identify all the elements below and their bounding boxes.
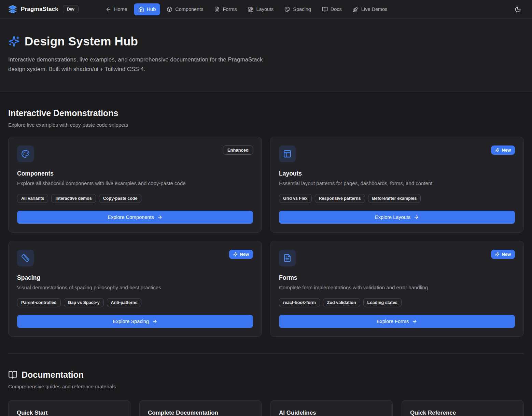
nav-label: Docs (331, 6, 342, 12)
documentation-heading: Documentation (8, 370, 524, 380)
doc-card-ai-guidelines[interactable]: AI Guidelines Rules for AI code generati… (270, 400, 393, 416)
doc-card-quick-start[interactable]: Quick Start 5-minute crash course (8, 400, 130, 416)
tag: Before/after examples (368, 194, 421, 203)
card-title: Components (17, 170, 253, 177)
explore-components-button[interactable]: Explore Components (17, 211, 253, 224)
brand-name: PragmaStack (21, 6, 58, 13)
nav-item-components[interactable]: Components (162, 3, 208, 15)
book-open-icon (322, 6, 328, 12)
file-text-icon (279, 250, 296, 266)
palette-icon (284, 6, 290, 12)
documentation-subheading: Comprehensive guides and reference mater… (8, 384, 524, 389)
demo-card-spacing: New Spacing Visual demonstrations of spa… (8, 241, 262, 337)
palette-icon (17, 145, 34, 162)
status-badge: New (229, 250, 253, 259)
status-badge: New (491, 145, 515, 155)
tag: Grid vs Flex (279, 194, 312, 203)
page-title: Design System Hub (25, 34, 138, 48)
cta-label: Explore Components (108, 214, 154, 220)
tag: Zod validation (323, 298, 360, 307)
home-icon (138, 6, 144, 12)
card-description: Explore all shadcn/ui components with li… (17, 180, 253, 186)
file-text-icon (214, 6, 220, 12)
tag: Loading states (363, 298, 402, 307)
ruler-icon (17, 250, 34, 266)
nav-item-hub[interactable]: Hub (134, 3, 160, 15)
nav-item-live-demos[interactable]: Live Demos (348, 3, 392, 15)
tag-row: Grid vs Flex Responsive patterns Before/… (279, 194, 515, 203)
documentation-heading-label: Documentation (22, 370, 84, 380)
tag-row: All variants Interactive demos Copy-past… (17, 194, 253, 203)
arrow-right-icon (414, 214, 419, 220)
layers-icon (8, 5, 17, 14)
card-description: Complete form implementations with valid… (279, 285, 515, 290)
tag: Interactive demos (51, 194, 96, 203)
nav-label: Hub (147, 6, 156, 12)
nav-item-layouts[interactable]: Layouts (243, 3, 278, 15)
tag: Responsive patterns (315, 194, 365, 203)
hero-section: Design System Hub Interactive demonstrat… (0, 19, 532, 92)
explore-layouts-button[interactable]: Explore Layouts (279, 211, 515, 224)
badge-label: New (240, 252, 249, 257)
cta-label: Explore Forms (377, 319, 409, 324)
book-open-icon (8, 370, 17, 379)
nav-item-spacing[interactable]: Spacing (280, 3, 315, 15)
nav-label: Layouts (256, 6, 274, 12)
tag: Gap vs Space-y (64, 298, 104, 307)
tag-row: react-hook-form Zod validation Loading s… (279, 298, 515, 307)
demo-card-layouts: New Layouts Essential layout patterns fo… (270, 137, 524, 233)
badge-label: New (502, 252, 511, 257)
brand[interactable]: PragmaStack Dev (8, 5, 79, 14)
doc-card-title: Quick Reference (410, 410, 515, 416)
moon-icon (515, 6, 521, 13)
doc-card-grid: Quick Start 5-minute crash course Comple… (8, 400, 524, 416)
nav-item-docs[interactable]: Docs (318, 3, 346, 15)
cta-label: Explore Spacing (113, 319, 149, 324)
env-badge: Dev (63, 5, 79, 13)
card-title: Forms (279, 274, 515, 281)
status-badge: New (491, 250, 515, 259)
nav-label: Forms (223, 6, 237, 12)
layout-grid-icon (248, 6, 254, 12)
doc-card-title: Complete Documentation (148, 410, 253, 416)
theme-toggle-button[interactable] (512, 3, 524, 15)
card-description: Essential layout patterns for pages, das… (279, 180, 515, 186)
sparkles-icon (495, 148, 500, 152)
card-title: Spacing (17, 274, 253, 281)
doc-card-quick-reference[interactable]: Quick Reference Cheat sheet for lookups (402, 400, 524, 416)
nav-label: Live Demos (361, 6, 388, 12)
doc-card-title: AI Guidelines (279, 410, 384, 416)
main-content: Interactive Demonstrations Explore live … (0, 92, 532, 416)
rocket-icon (353, 6, 359, 12)
nav-item-forms[interactable]: Forms (210, 3, 241, 15)
demo-card-grid: Enhanced Components Explore all shadcn/u… (8, 137, 524, 337)
nav-label: Components (175, 6, 203, 12)
sparkles-icon (233, 252, 238, 256)
panels-top-left-icon (279, 145, 296, 162)
arrow-left-icon (106, 6, 111, 12)
doc-card-title: Quick Start (17, 410, 122, 416)
nav-label: Spacing (293, 6, 311, 12)
explore-forms-button[interactable]: Explore Forms (279, 315, 515, 328)
status-badge: Enhanced (223, 145, 253, 155)
demos-heading: Interactive Demonstrations (8, 108, 524, 118)
doc-card-complete-documentation[interactable]: Complete Documentation Full design syste… (139, 400, 262, 416)
arrow-right-icon (152, 319, 157, 324)
tag: Copy-paste code (99, 194, 142, 203)
explore-spacing-button[interactable]: Explore Spacing (17, 315, 253, 328)
nav-label: Home (114, 6, 127, 12)
page-subtitle: Interactive demonstrations, live example… (8, 55, 266, 74)
nav-item-home[interactable]: Home (101, 3, 132, 15)
card-title: Layouts (279, 170, 515, 177)
tag: Anti-patterns (107, 298, 142, 307)
badge-label: New (502, 148, 511, 153)
sparkles-icon (8, 36, 20, 47)
arrow-right-icon (412, 319, 417, 324)
top-navbar: PragmaStack Dev Home Hub Components Fo (0, 0, 532, 19)
demo-card-forms: New Forms Complete form implementations … (270, 241, 524, 337)
main-nav: Home Hub Components Forms Layouts (101, 3, 392, 15)
arrow-right-icon (157, 214, 163, 220)
cta-label: Explore Layouts (375, 214, 410, 220)
tag-row: Parent-controlled Gap vs Space-y Anti-pa… (17, 298, 253, 307)
tag: Parent-controlled (17, 298, 61, 307)
